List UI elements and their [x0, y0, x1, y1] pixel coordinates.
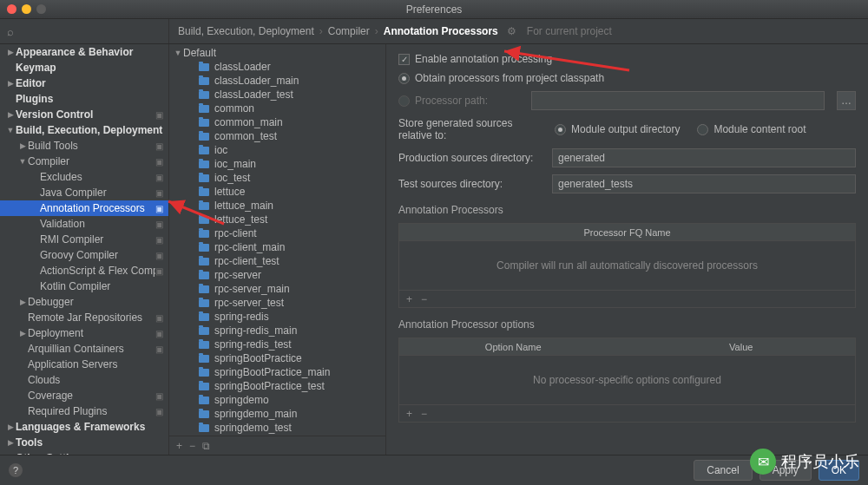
copy-profile-button[interactable]: ⧉ — [202, 440, 210, 452]
profile-item[interactable]: spring-redis — [169, 310, 385, 324]
profile-item[interactable]: common_test — [169, 129, 385, 143]
sidebar-item[interactable]: Keymap — [0, 60, 168, 75]
remove-processor-button[interactable]: − — [421, 293, 427, 305]
profile-item-label: springBootPractice_main — [214, 366, 330, 378]
sidebar-item[interactable]: Groovy Compiler▣ — [0, 247, 168, 263]
profile-item[interactable]: classLoader_test — [169, 88, 385, 102]
remove-profile-button[interactable]: − — [189, 440, 195, 452]
profile-root[interactable]: ▼Default — [169, 46, 385, 60]
sidebar-item[interactable]: ▶Version Control▣ — [0, 107, 168, 122]
profile-item[interactable]: common — [169, 102, 385, 115]
sidebar-item[interactable]: Remote Jar Repositories▣ — [0, 310, 168, 325]
profile-item[interactable]: springBootPractice_main — [169, 365, 385, 379]
cancel-button[interactable]: Cancel — [694, 460, 752, 481]
sidebar-item[interactable]: ▼Build, Execution, Deployment — [0, 122, 168, 138]
test-dir-field[interactable]: generated_tests — [552, 174, 856, 193]
sidebar-item[interactable]: Kotlin Compiler — [0, 279, 168, 294]
profile-item[interactable]: rpc-client_test — [169, 254, 385, 268]
profile-item-label: spring-redis_main — [214, 324, 297, 337]
sidebar-item[interactable]: Application Servers — [0, 357, 168, 372]
test-dir-label: Test sources directory: — [398, 178, 543, 190]
disclosure-icon: ▶ — [17, 329, 28, 338]
settings-tree[interactable]: ▶Appearance & BehaviorKeymap▶EditorPlugi… — [0, 44, 169, 455]
sidebar-item[interactable]: Coverage▣ — [0, 388, 168, 403]
add-option-button[interactable]: + — [406, 408, 412, 420]
sidebar-item[interactable]: ▶Languages & Frameworks — [0, 419, 168, 435]
add-profile-button[interactable]: + — [176, 440, 182, 452]
sidebar-item[interactable]: ActionScript & Flex Compiler▣ — [0, 263, 168, 279]
sidebar-item[interactable]: ▶Debugger — [0, 294, 168, 310]
crumb-2[interactable]: Compiler — [328, 25, 370, 37]
profile-item[interactable]: springdemo — [169, 393, 385, 407]
profile-item[interactable]: lettuce_test — [169, 213, 385, 226]
sidebar-item[interactable]: ▶Build Tools▣ — [0, 138, 168, 154]
scope-badge-icon: ▣ — [155, 204, 163, 213]
profile-item[interactable]: ioc_main — [169, 157, 385, 171]
sidebar-item[interactable]: RMI Compiler▣ — [0, 232, 168, 247]
profile-item[interactable]: common_main — [169, 115, 385, 129]
obtain-from-classpath-radio[interactable]: Obtain processors from project classpath — [398, 72, 856, 84]
profile-item[interactable]: springBootPractice — [169, 351, 385, 365]
remove-option-button[interactable]: − — [421, 408, 427, 420]
profile-item[interactable]: spring-redis_main — [169, 324, 385, 338]
search-input[interactable] — [17, 25, 161, 37]
sidebar-item[interactable]: Validation▣ — [0, 216, 168, 232]
sidebar-item[interactable]: Java Compiler▣ — [0, 185, 168, 200]
profile-tree[interactable]: ▼DefaultclassLoaderclassLoader_mainclass… — [169, 44, 385, 436]
profile-item-label: common — [214, 102, 254, 115]
sidebar-item[interactable]: Required Plugins▣ — [0, 403, 168, 419]
sidebar-item-label: Clouds — [28, 374, 163, 386]
prod-dir-field[interactable]: generated — [552, 148, 856, 167]
profile-item[interactable]: springdemo_main — [169, 407, 385, 421]
watermark: ✉ 程序员小乐 — [750, 449, 859, 475]
module-content-radio[interactable]: Module content root — [697, 123, 806, 135]
profile-item[interactable]: springdemo_test — [169, 421, 385, 435]
disclosure-icon: ▶ — [17, 298, 28, 306]
sidebar-item[interactable]: Plugins — [0, 91, 168, 107]
crumb-1[interactable]: Build, Execution, Deployment — [178, 25, 314, 37]
profile-item-label: common_test — [214, 130, 277, 142]
sidebar-item-label: Tools — [16, 436, 163, 449]
sidebar-item-label: Plugins — [16, 93, 163, 105]
processor-path-radio[interactable]: Processor path: — [398, 95, 488, 107]
profile-item[interactable]: lettuce_main — [169, 199, 385, 213]
profile-item[interactable]: rpc-client — [169, 226, 385, 240]
profile-item[interactable]: ioc — [169, 143, 385, 157]
profile-item[interactable]: spring-redis_test — [169, 338, 385, 351]
module-output-radio[interactable]: Module output directory — [555, 123, 680, 135]
sidebar-item-label: Debugger — [28, 296, 163, 308]
profile-item[interactable]: ioc_test — [169, 171, 385, 185]
sidebar-item-label: Languages & Frameworks — [16, 421, 163, 433]
profile-item[interactable]: rpc-server — [169, 268, 385, 282]
sidebar-item[interactable]: ▶Deployment▣ — [0, 325, 168, 341]
sidebar-item[interactable]: Excludes▣ — [0, 169, 168, 185]
chevron-right-icon: › — [375, 25, 378, 37]
browse-path-button[interactable]: … — [837, 91, 856, 110]
profile-item[interactable]: springBootPractice_test — [169, 379, 385, 393]
scope-badge-icon: ▣ — [155, 157, 163, 167]
profile-item[interactable]: rpc-client_main — [169, 240, 385, 254]
profile-item[interactable]: lettuce — [169, 185, 385, 199]
profile-item[interactable]: rpc-server_main — [169, 282, 385, 296]
processors-col-header: Processor FQ Name — [399, 227, 855, 238]
radio-icon — [398, 73, 410, 84]
sidebar-item[interactable]: ▶Tools — [0, 435, 168, 450]
sidebar-item[interactable]: ▶Appearance & Behavior — [0, 44, 168, 60]
profile-item[interactable]: classLoader — [169, 60, 385, 74]
enable-annotation-checkbox[interactable]: ✓ Enable annotation processing — [398, 53, 856, 65]
profile-item-label: common_main — [214, 116, 283, 128]
profile-item[interactable]: classLoader_main — [169, 74, 385, 88]
processor-path-field[interactable] — [531, 91, 825, 110]
profile-item[interactable]: rpc-server_test — [169, 296, 385, 310]
context-hint: For current project — [527, 25, 612, 37]
sidebar-item[interactable]: ▶Editor — [0, 75, 168, 91]
sidebar-item-label: Compiler — [28, 155, 155, 167]
sidebar-item[interactable]: ▼Compiler▣ — [0, 154, 168, 169]
sidebar-item[interactable]: Arquillian Containers▣ — [0, 341, 168, 357]
add-processor-button[interactable]: + — [406, 293, 412, 305]
help-button[interactable]: ? — [9, 463, 23, 477]
store-label: Store generated sources relative to: — [398, 117, 546, 141]
sidebar-item[interactable]: Annotation Processors▣ — [0, 200, 168, 216]
sidebar-item[interactable]: Clouds — [0, 372, 168, 388]
sidebar-item-label: Version Control — [16, 108, 155, 121]
